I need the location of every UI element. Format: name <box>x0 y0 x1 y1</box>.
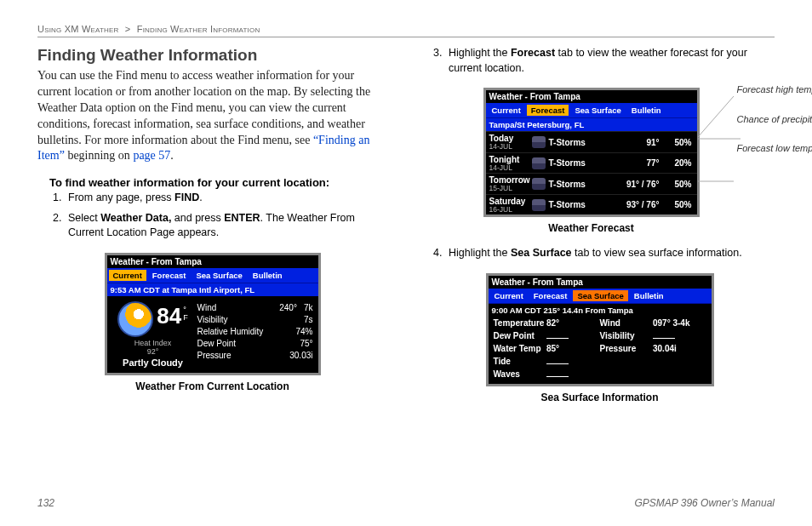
step2-b: Weather Data, <box>100 212 171 224</box>
tab-forecast[interactable]: Forecast <box>527 105 569 116</box>
tab-current[interactable]: Current <box>488 105 525 116</box>
storm-icon <box>532 178 546 190</box>
tab-bulletin[interactable]: Bulletin <box>627 105 666 116</box>
device-forecast-title: Weather - From Tampa <box>486 90 697 103</box>
storm-icon <box>532 136 546 148</box>
intro-mid: beginning on <box>65 149 134 162</box>
weather-icon <box>117 301 153 337</box>
breadcrumb-sub: Finding Weather Information <box>137 24 260 34</box>
step-2: Select Weather Data, and press ENTER. Th… <box>65 211 387 241</box>
step-1: From any page, press FIND. <box>65 191 387 206</box>
tab-forecast[interactable]: Forecast <box>529 290 572 301</box>
callout-high-temp: Forecast high temperature <box>737 84 813 95</box>
device-current-tabs: Current Forecast Sea Surface Bulletin <box>107 268 318 283</box>
intro-end: . <box>170 149 174 162</box>
tab-forecast[interactable]: Forecast <box>148 270 191 281</box>
device-forecast: Weather - From Tampa Current Forecast Se… <box>483 88 700 217</box>
step1-a: From any page, press <box>68 192 174 203</box>
heat-index-label: Heat Index <box>134 339 172 347</box>
device-current-title: Weather - From Tampa <box>107 255 318 268</box>
current-data-row: Relative Humidity74% <box>197 327 313 336</box>
sea-surface-row: Waves <box>489 368 712 380</box>
sea-surface-row: Temperature82°Wind097° 3-4k <box>489 317 712 329</box>
device-sea-surface: Weather - From Tampa Current Forecast Se… <box>486 273 714 386</box>
current-data-row: Visibility7s <box>197 315 313 324</box>
forecast-row: Tonight14-JUL T-Storms 77° 20% <box>486 152 697 174</box>
caption-forecast: Weather Forecast <box>408 222 775 234</box>
forecast-row: Tomorrow15-JUL T-Storms 91° / 76° 50% <box>486 173 697 194</box>
device-sea-subbar: 9:00 AM CDT 215° 14.4n From Tampa <box>489 303 712 317</box>
steps-list-left: From any page, press FIND. Select Weathe… <box>65 191 387 241</box>
sea-surface-row: Dew PointVisibility <box>489 329 712 342</box>
right-column: Highlight the Forecast tab to view the w… <box>425 46 775 403</box>
step1-c: . <box>199 192 202 203</box>
step4-b: Sea Surface <box>511 247 572 259</box>
storm-icon <box>532 199 546 211</box>
breadcrumb-section: Using XM Weather <box>37 24 119 34</box>
tab-sea-surface[interactable]: Sea Surface <box>570 105 625 116</box>
intro-paragraph: You can use the Find menu to access weat… <box>37 68 387 164</box>
forecast-row: Today14-JUL T-Storms 91° 50% <box>486 131 697 152</box>
step4-a: Highlight the <box>449 247 511 259</box>
step2-a: Select <box>68 212 100 224</box>
breadcrumb: Using XM Weather > Finding Weather Infor… <box>37 24 775 37</box>
manual-title: GPSMAP 396 Owner’s Manual <box>634 497 775 509</box>
tab-bulletin[interactable]: Bulletin <box>630 290 668 301</box>
temp-f: F <box>183 313 188 322</box>
current-data-row: Pressure30.03i <box>197 351 313 360</box>
current-data-row: Dew Point75° <box>197 339 313 348</box>
steps-list-right-1: Highlight the Forecast tab to view the w… <box>445 46 775 76</box>
breadcrumb-sep: > <box>125 24 131 34</box>
step3-b: Forecast <box>511 47 555 59</box>
device-sea-title: Weather - From Tampa <box>489 276 712 289</box>
caption-sea: Sea Surface Information <box>425 392 775 403</box>
svg-line-0 <box>698 96 734 137</box>
page-number: 132 <box>37 497 54 509</box>
forecast-row: Saturday16-JUL T-Storms 93° / 76° 50% <box>486 194 697 215</box>
tab-sea-surface[interactable]: Sea Surface <box>192 270 246 281</box>
heat-index-value: 92° <box>147 347 159 356</box>
tab-sea-surface[interactable]: Sea Surface <box>573 290 627 301</box>
step2-d: ENTER <box>224 212 260 224</box>
step1-b: FIND <box>174 192 199 203</box>
callout-precip: Chance of precipitation <box>737 114 813 125</box>
page-footer: 132 GPSMAP 396 Owner’s Manual <box>37 497 775 509</box>
sea-surface-row: Tide <box>489 355 712 368</box>
left-column: Finding Weather Information You can use … <box>37 46 387 403</box>
link-page-57[interactable]: page 57 <box>133 149 170 162</box>
current-data-row: Wind240°7k <box>197 303 313 312</box>
step2-c: and press <box>171 212 224 224</box>
device-current: Weather - From Tampa Current Forecast Se… <box>105 253 321 375</box>
device-current-subbar: 9:53 AM CDT at Tampa Intl Airport, FL <box>107 283 318 296</box>
steps-list-right-2: Highlight the Sea Surface tab to view se… <box>445 246 775 261</box>
current-temp: 84 <box>157 303 181 329</box>
step3-a: Highlight the <box>449 47 511 59</box>
device-forecast-tabs: Current Forecast Sea Surface Bulletin <box>486 103 697 117</box>
tab-bulletin[interactable]: Bulletin <box>249 270 287 281</box>
device-forecast-subbar: Tampa/St Petersburg, FL <box>486 117 697 131</box>
step-3: Highlight the Forecast tab to view the w… <box>445 46 775 76</box>
step4-c: tab to view sea surface information. <box>572 247 742 259</box>
device-sea-tabs: Current Forecast Sea Surface Bulletin <box>489 289 712 303</box>
sea-surface-row: Water Temp85°Pressure30.04i <box>489 342 712 355</box>
sub-heading: To find weather information for your cur… <box>49 176 387 189</box>
caption-current: Weather From Current Location <box>37 380 387 392</box>
tab-current[interactable]: Current <box>490 290 528 301</box>
callout-low-temp: Forecast low temperature <box>737 143 813 154</box>
tab-current[interactable]: Current <box>109 270 146 281</box>
current-condition: Partly Cloudy <box>123 357 183 368</box>
page-title: Finding Weather Information <box>37 46 387 65</box>
step-4: Highlight the Sea Surface tab to view se… <box>445 246 775 261</box>
storm-icon <box>532 157 546 169</box>
